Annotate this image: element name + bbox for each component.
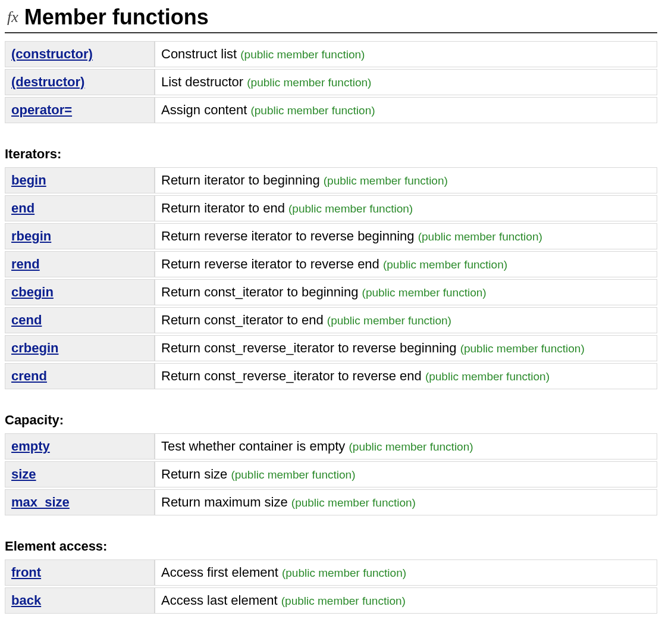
table-row: end Return iterator to end (public membe… bbox=[5, 195, 657, 221]
function-icon: fx bbox=[7, 8, 18, 26]
member-tag: (public member function) bbox=[324, 174, 448, 187]
member-tag: (public member function) bbox=[418, 230, 542, 243]
func-desc: Return reverse iterator to reverse begin… bbox=[161, 229, 415, 243]
func-link-operator-assign[interactable]: operator= bbox=[11, 102, 72, 117]
member-tag: (public member function) bbox=[383, 258, 507, 271]
table-row: front Access first element (public membe… bbox=[5, 559, 657, 586]
table-row: rbegin Return reverse iterator to revers… bbox=[5, 223, 657, 249]
func-link-end[interactable]: end bbox=[11, 201, 34, 215]
func-desc: Return const_reverse_iterator to reverse… bbox=[161, 368, 422, 383]
func-desc: Test whether container is empty bbox=[161, 439, 345, 454]
member-tag: (public member function) bbox=[247, 76, 371, 89]
func-link-back[interactable]: back bbox=[11, 593, 41, 608]
func-link-rbegin[interactable]: rbegin bbox=[11, 229, 51, 243]
table-row: (destructor) List destructor (public mem… bbox=[5, 69, 657, 95]
table-row: cbegin Return const_iterator to beginnin… bbox=[5, 279, 657, 305]
func-desc: Return const_reverse_iterator to reverse… bbox=[161, 340, 457, 355]
section-title-capacity: Capacity: bbox=[5, 412, 657, 428]
func-link-empty[interactable]: empty bbox=[11, 439, 50, 454]
member-functions-table: (constructor) Construct list (public mem… bbox=[5, 39, 657, 125]
table-row: cend Return const_iterator to end (publi… bbox=[5, 307, 657, 333]
func-desc: Return iterator to beginning bbox=[161, 173, 320, 187]
member-tag: (public member function) bbox=[362, 286, 487, 299]
func-link-begin[interactable]: begin bbox=[11, 173, 46, 187]
func-link-destructor[interactable]: (destructor) bbox=[11, 74, 84, 89]
func-link-constructor[interactable]: (constructor) bbox=[11, 46, 93, 61]
func-link-rend[interactable]: rend bbox=[11, 257, 40, 271]
member-tag: (public member function) bbox=[250, 104, 375, 117]
func-desc: Construct list bbox=[161, 46, 237, 61]
section-title-iterators: Iterators: bbox=[5, 146, 657, 162]
func-desc: Assign content bbox=[161, 102, 247, 117]
func-link-cend[interactable]: cend bbox=[11, 312, 42, 327]
member-tag: (public member function) bbox=[291, 496, 416, 509]
table-row: max_size Return maximum size (public mem… bbox=[5, 489, 657, 515]
func-desc: Return const_iterator to end bbox=[161, 312, 324, 327]
member-tag: (public member function) bbox=[288, 202, 413, 215]
func-link-size[interactable]: size bbox=[11, 467, 36, 482]
func-desc: Return iterator to end bbox=[161, 201, 285, 215]
member-tag: (public member function) bbox=[282, 567, 406, 579]
page-header: fx Member functions bbox=[5, 5, 657, 33]
member-tag: (public member function) bbox=[349, 440, 473, 453]
member-tag: (public member function) bbox=[281, 595, 406, 607]
table-row: begin Return iterator to beginning (publ… bbox=[5, 167, 657, 193]
table-row: (constructor) Construct list (public mem… bbox=[5, 41, 657, 67]
table-row: crbegin Return const_reverse_iterator to… bbox=[5, 335, 657, 361]
table-row: operator= Assign content (public member … bbox=[5, 97, 657, 123]
func-desc: Return const_iterator to beginning bbox=[161, 285, 358, 299]
func-desc: List destructor bbox=[161, 74, 243, 89]
table-row: crend Return const_reverse_iterator to r… bbox=[5, 363, 657, 389]
func-desc: Access first element bbox=[161, 565, 278, 580]
element-access-table: front Access first element (public membe… bbox=[5, 558, 657, 615]
func-desc: Access last element bbox=[161, 593, 278, 608]
func-link-front[interactable]: front bbox=[11, 565, 41, 580]
member-tag: (public member function) bbox=[240, 48, 365, 61]
capacity-table: empty Test whether container is empty (p… bbox=[5, 432, 657, 517]
member-tag: (public member function) bbox=[231, 468, 355, 481]
table-row: empty Test whether container is empty (p… bbox=[5, 433, 657, 459]
section-title-element-access: Element access: bbox=[5, 539, 657, 554]
iterators-table: begin Return iterator to beginning (publ… bbox=[5, 165, 657, 391]
func-desc: Return size bbox=[161, 467, 227, 482]
func-link-max-size[interactable]: max_size bbox=[11, 495, 70, 509]
page-title: Member functions bbox=[24, 5, 209, 30]
func-link-crbegin[interactable]: crbegin bbox=[11, 340, 58, 355]
member-tag: (public member function) bbox=[460, 342, 585, 355]
table-row: rend Return reverse iterator to reverse … bbox=[5, 251, 657, 277]
func-desc: Return reverse iterator to reverse end bbox=[161, 257, 379, 271]
member-tag: (public member function) bbox=[425, 370, 550, 383]
func-link-cbegin[interactable]: cbegin bbox=[11, 285, 54, 299]
func-link-crend[interactable]: crend bbox=[11, 368, 47, 383]
func-desc: Return maximum size bbox=[161, 495, 288, 509]
member-tag: (public member function) bbox=[327, 314, 451, 327]
table-row: back Access last element (public member … bbox=[5, 587, 657, 614]
table-row: size Return size (public member function… bbox=[5, 461, 657, 487]
